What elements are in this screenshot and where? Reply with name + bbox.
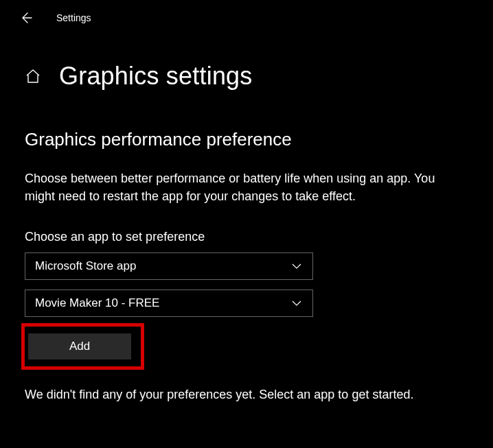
app-select-dropdown[interactable]: Movie Maker 10 - FREE bbox=[25, 290, 313, 317]
page-title: Graphics settings bbox=[59, 62, 253, 91]
titlebar: Settings bbox=[0, 0, 493, 30]
add-button[interactable]: Add bbox=[28, 333, 131, 359]
choose-app-label: Choose an app to set preference bbox=[25, 230, 468, 244]
app-type-dropdown[interactable]: Microsoft Store app bbox=[25, 252, 313, 280]
content: Graphics performance preference Choose b… bbox=[0, 104, 493, 402]
section-description: Choose between better performance or bat… bbox=[25, 169, 464, 205]
preferences-empty-note: We didn't find any of your preferences y… bbox=[25, 388, 468, 402]
chevron-down-icon bbox=[290, 260, 303, 272]
app-type-selected-value: Microsoft Store app bbox=[35, 259, 136, 273]
section-heading: Graphics performance preference bbox=[25, 129, 468, 150]
page-header: Graphics settings bbox=[0, 30, 493, 104]
home-icon[interactable] bbox=[25, 68, 41, 84]
app-selected-value: Movie Maker 10 - FREE bbox=[35, 296, 159, 310]
back-arrow-icon[interactable] bbox=[19, 11, 33, 25]
chevron-down-icon bbox=[290, 297, 303, 309]
add-button-highlight: Add bbox=[21, 323, 144, 370]
titlebar-label: Settings bbox=[56, 12, 91, 23]
